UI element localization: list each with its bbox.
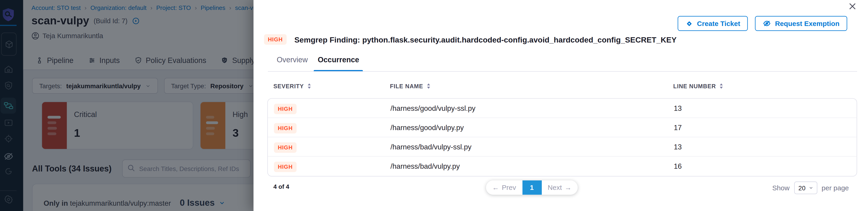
next-label: Next (548, 184, 562, 191)
pagination-summary: 4 of 4 (273, 183, 289, 190)
sort-icon[interactable] (426, 83, 431, 90)
per-page-label: per page (822, 184, 849, 192)
file-name-cell: /harness/bad/vulpy.py (391, 162, 674, 171)
page-size-control: Show 20 per page (772, 182, 849, 194)
arrow-right-icon: → (565, 184, 571, 191)
column-line-number[interactable]: LINE NUMBER (673, 83, 857, 90)
line-number-cell: 13 (674, 104, 857, 112)
pagination-control: ← Prev 1 Next → (486, 180, 578, 195)
table-row[interactable]: HIGH /harness/bad/vulpy.py 16 (268, 157, 857, 176)
page-number-button[interactable]: 1 (522, 180, 541, 195)
line-number-cell: 13 (674, 142, 857, 151)
occurrence-table: HIGH /harness/good/vulpy-ssl.py 13 HIGH … (268, 98, 857, 177)
column-severity[interactable]: SEVERITY (273, 83, 390, 90)
table-row[interactable]: HIGH /harness/bad/vulpy-ssl.py 13 (268, 137, 857, 157)
column-file-name[interactable]: FILE NAME (390, 83, 673, 90)
file-name-cell: /harness/good/vulpy.py (391, 123, 674, 132)
severity-badge: HIGH (274, 162, 297, 172)
severity-badge: HIGH (264, 34, 286, 45)
create-ticket-button[interactable]: Create Ticket (678, 16, 748, 31)
table-row[interactable]: HIGH /harness/good/vulpy-ssl.py 13 (268, 99, 857, 118)
next-page-button[interactable]: Next → (541, 184, 578, 191)
request-exemption-button[interactable]: Request Exemption (755, 16, 847, 31)
button-label: Create Ticket (697, 20, 740, 27)
severity-badge: HIGH (274, 123, 297, 133)
drawer-actions: Create Ticket Request Exemption (678, 16, 847, 31)
arrow-left-icon: ← (492, 184, 499, 191)
finding-details-drawer: Create Ticket Request Exemption HIGH Sem… (254, 0, 868, 211)
button-label: Request Exemption (775, 20, 839, 27)
column-label: FILE NAME (390, 83, 423, 90)
line-number-cell: 16 (674, 162, 857, 171)
ticket-diamond-icon (685, 20, 693, 27)
tabs-divider (268, 71, 857, 72)
finding-title: Semgrep Finding: python.flask.security.a… (294, 35, 677, 44)
occurrence-table-header: SEVERITY FILE NAME LINE NUMBER (273, 83, 857, 90)
eye-slash-icon (763, 19, 771, 28)
page-size-value: 20 (799, 184, 806, 191)
prev-page-button[interactable]: ← Prev (486, 184, 522, 191)
table-row[interactable]: HIGH /harness/good/vulpy.py 17 (268, 118, 857, 137)
page-size-select[interactable]: 20 (794, 182, 817, 194)
column-label: SEVERITY (273, 83, 304, 90)
file-name-cell: /harness/good/vulpy-ssl.py (391, 104, 674, 112)
file-name-cell: /harness/bad/vulpy-ssl.py (391, 142, 674, 151)
column-label: LINE NUMBER (673, 83, 716, 90)
sort-icon[interactable] (307, 83, 312, 90)
sort-icon[interactable] (719, 83, 724, 90)
severity-badge: HIGH (274, 103, 297, 114)
drawer-tabs: Overview Occurrence (277, 56, 359, 71)
line-number-cell: 17 (674, 123, 857, 132)
tab-overview[interactable]: Overview (277, 56, 308, 71)
show-label: Show (772, 184, 789, 192)
app-root: Account: STO test › Organization: defaul… (0, 0, 868, 211)
severity-badge: HIGH (274, 142, 297, 153)
tab-occurrence[interactable]: Occurrence (318, 56, 359, 71)
prev-label: Prev (502, 184, 516, 191)
chevron-down-icon (809, 185, 814, 190)
close-icon[interactable] (848, 2, 857, 10)
